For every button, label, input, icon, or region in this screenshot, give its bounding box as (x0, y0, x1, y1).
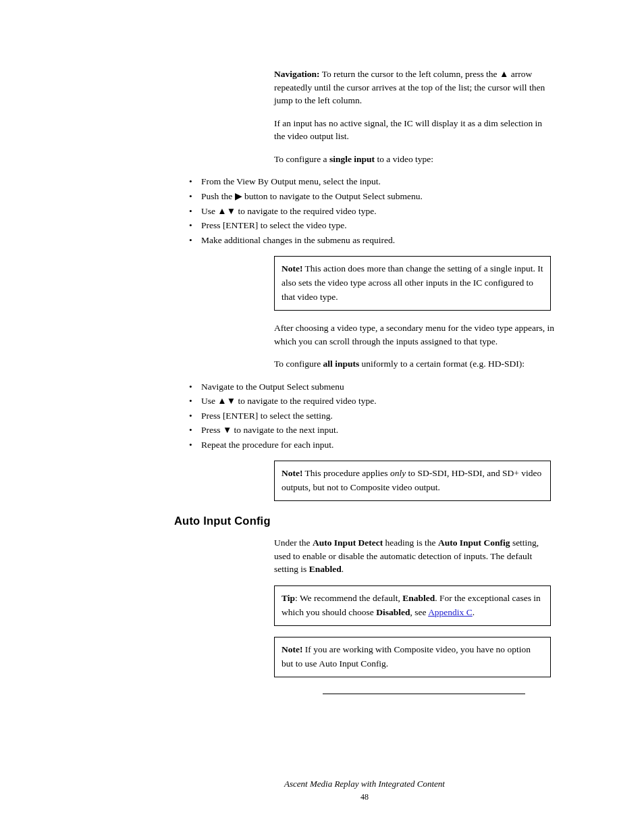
list-item: •From the View By Output menu, select th… (189, 175, 555, 188)
nav-label: Navigation: (274, 69, 320, 79)
footer-page-number: 48 (174, 791, 555, 803)
list-item: •Repeat the procedure for each input. (189, 438, 555, 452)
note-box-composite: Note! If you are working with Composite … (274, 637, 551, 677)
list-item: •Use ▲▼ to navigate to the required vide… (189, 394, 555, 408)
paragraph-single-input: To configure a single input to a video t… (174, 153, 555, 166)
nav-paragraph: Navigation: To return the cursor to the … (174, 68, 555, 107)
appendix-c-link[interactable]: Appendix C (428, 607, 473, 617)
footer-divider (323, 694, 555, 694)
tip-box-recommend-default: Tip: We recommend the default, Enabled. … (274, 585, 551, 626)
list-item: •Navigate to the Output Select submenu (189, 380, 555, 394)
bullet-list-single-input: •From the View By Output menu, select th… (174, 175, 555, 246)
paragraph-auto-input: Under the Auto Input Detect heading is t… (174, 536, 555, 576)
paragraph-all-inputs: To configure all inputs uniformly to a c… (174, 357, 555, 371)
note-label: Note! (281, 644, 302, 654)
footer-title: Ascent Media Replay with Integrated Cont… (174, 778, 555, 791)
subheading-auto-input-config: Auto Input Config (174, 513, 555, 529)
note-box-procedure-scope: Note! This procedure applies only to SD-… (274, 461, 551, 501)
page-footer: Ascent Media Replay with Integrated Cont… (174, 778, 555, 803)
list-item: •Press [ENTER] to select the video type. (189, 219, 555, 232)
list-item: •Push the ▶ button to navigate to the Ou… (189, 190, 555, 203)
paragraph-secondary-menu: After choosing a video type, a secondary… (174, 321, 555, 348)
bullet-list-all-inputs: •Navigate to the Output Select submenu •… (174, 380, 555, 452)
list-item: •Press ▼ to navigate to the next input. (189, 423, 555, 437)
tip-label: Tip (281, 593, 295, 603)
note-label: Note! (281, 263, 302, 273)
list-item: •Use ▲▼ to navigate to the required vide… (189, 205, 555, 218)
list-item: •Make additional changes in the submenu … (189, 234, 555, 247)
paragraph-dim-signal: If an input has no active signal, the IC… (174, 117, 555, 143)
note-box-video-type: Note! This action does more than change … (274, 256, 551, 311)
note-label: Note! (281, 468, 302, 478)
note-text: This action does more than change the se… (281, 263, 543, 302)
list-item: •Press [ENTER] to select the setting. (189, 409, 555, 423)
